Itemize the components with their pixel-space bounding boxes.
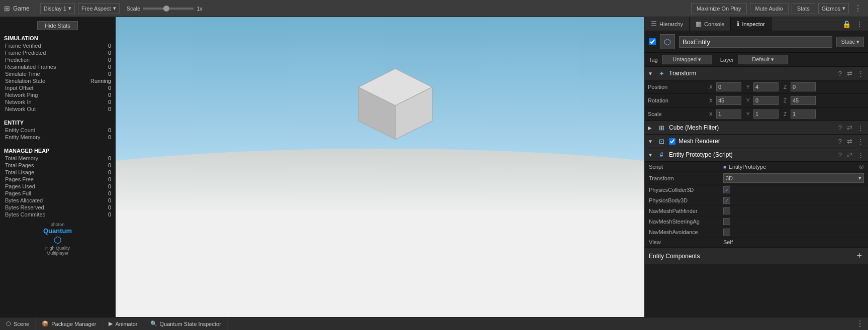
physics-collider-row: PhysicsCollider3D ✓ (645, 185, 868, 195)
mesh-renderer-icon: ⊡ (657, 137, 666, 146)
simulation-header: SIMULATION (0, 32, 115, 42)
entity-prototype-menu-button[interactable]: ⋮ (856, 151, 865, 159)
position-y-input[interactable] (753, 82, 779, 91)
transform-type-dropdown[interactable]: 3D ▾ (723, 173, 864, 183)
mesh-filter-toggle-icon: ▶ (648, 125, 654, 131)
tab-scene[interactable]: ⬡ Scene (0, 317, 36, 330)
static-button[interactable]: Static ▾ (836, 37, 864, 47)
unity-icon: ⊞ (4, 5, 10, 13)
stat-pages-full: Pages Full 0 (0, 190, 115, 197)
entity-active-checkbox[interactable] (649, 38, 656, 45)
physics-body-checkbox[interactable]: ✓ (723, 197, 730, 204)
scale-y-input[interactable] (753, 109, 779, 119)
tab-package-manager[interactable]: 📦 Package Manager (36, 317, 103, 330)
top-bar: ⊞ Game Display 1 ▾ Free Aspect ▾ Scale 1… (0, 0, 868, 17)
scale-x-input[interactable] (716, 109, 741, 119)
entity-icon: ⬡ (664, 37, 671, 47)
game-title: Game (13, 5, 30, 12)
navmesh-avoidance-row: NavMeshAvoidance (645, 227, 868, 238)
mesh-renderer-settings-button[interactable]: ⇄ (846, 138, 853, 145)
mesh-renderer-header[interactable]: ▼ ⊡ Mesh Renderer ? ⇄ ⋮ (645, 135, 868, 148)
rotation-x-input[interactable] (716, 96, 741, 105)
mesh-filter-help-button[interactable]: ? (837, 124, 843, 132)
position-x-input[interactable] (716, 82, 741, 91)
view-row: View Self (645, 238, 868, 247)
transform-help-button[interactable]: ? (837, 70, 843, 77)
navmesh-pathfinder-checkbox[interactable] (723, 207, 730, 214)
tab-menu-button[interactable]: ⋮ (855, 20, 864, 28)
entity-prototype-icon: # (657, 150, 666, 159)
mesh-renderer-help-button[interactable]: ? (837, 138, 843, 145)
maximize-on-play-button[interactable]: Maximize On Play (691, 3, 747, 14)
scale-area: Scale 1x (127, 6, 203, 12)
add-component-button[interactable]: + (854, 251, 864, 261)
game-viewport[interactable] (116, 17, 644, 317)
mesh-renderer-menu-button[interactable]: ⋮ (856, 138, 865, 145)
viewport-scene (116, 17, 644, 317)
svg-rect-2 (116, 210, 644, 317)
position-z-field: Z (782, 82, 817, 92)
mesh-filter-header[interactable]: ▶ ⊞ Cube (Mesh Filter) ? ⇄ ⋮ (645, 121, 868, 135)
rotation-z-input[interactable] (791, 96, 816, 105)
entity-header: ⬡ Static ▾ (645, 31, 868, 53)
display-dropdown[interactable]: Display 1 ▾ (40, 3, 75, 14)
tab-quantum-state-inspector[interactable]: 🔍 Quantum State Inspector (144, 317, 228, 330)
menu-icon[interactable]: ⋮ (852, 4, 864, 13)
transform-component-header[interactable]: ▼ ✦ Transform ? ⇄ ⋮ (645, 67, 868, 80)
tab-animator[interactable]: ▶ Animator (103, 317, 144, 330)
tag-layer-row: Tag Untagged ▾ Layer Default ▾ (645, 53, 868, 67)
script-select-button[interactable]: ◎ (859, 163, 864, 170)
gizmos-button[interactable]: Gizmos ▾ (818, 3, 849, 14)
lock-button[interactable]: 🔒 (841, 20, 852, 28)
entity-prototype-header[interactable]: ▼ # Entity Prototype (Script) ? ⇄ ⋮ (645, 148, 868, 162)
mesh-filter-actions: ? ⇄ ⋮ (837, 124, 865, 132)
quantum-state-inspector-icon: 🔍 (150, 320, 157, 327)
stat-bytes-allocated: Bytes Allocated 0 (0, 197, 115, 204)
aspect-dropdown[interactable]: Free Aspect ▾ (78, 3, 120, 14)
entity-icon-box: ⬡ (660, 34, 675, 49)
scene-label: Scene (14, 321, 29, 327)
scene-icon: ⬡ (6, 320, 11, 327)
script-ref: ■ EntityPrototype (723, 164, 855, 170)
position-label: Position (648, 84, 706, 90)
mesh-renderer-actions: ? ⇄ ⋮ (837, 138, 865, 145)
rotation-z-field: Z (782, 95, 817, 105)
chevron-down-icon: ▾ (858, 175, 861, 181)
stat-entity-count: Entity Count 0 (0, 127, 115, 134)
navmesh-steering-checkbox[interactable] (723, 218, 730, 225)
mesh-renderer-checkbox[interactable] (669, 138, 676, 145)
scale-z-input[interactable] (791, 109, 816, 119)
position-z-input[interactable] (791, 82, 816, 91)
stat-resimulated-frames: Resimulated Frames 0 (0, 63, 115, 70)
stat-frame-predicted: Frame Predicted 0 (0, 49, 115, 56)
chevron-down-icon: ▾ (113, 5, 116, 12)
tab-console[interactable]: ▦ Console (690, 17, 731, 31)
stat-network-ping: Network Ping 0 (0, 91, 115, 98)
stats-button[interactable]: Stats (792, 3, 815, 14)
transform-settings-button[interactable]: ⇄ (846, 70, 853, 77)
stat-pages-used: Pages Used 0 (0, 183, 115, 190)
console-icon: ▦ (696, 20, 702, 28)
script-row: Script ■ EntityPrototype ◎ (645, 162, 868, 172)
physics-collider-checkbox[interactable]: ✓ (723, 186, 730, 193)
entity-name-input[interactable] (679, 36, 832, 48)
bottom-menu-icon[interactable]: ⋮ (852, 319, 868, 328)
scale-slider[interactable] (143, 8, 194, 10)
hide-stats-button[interactable]: Hide Stats (37, 21, 78, 30)
entity-prototype-help-button[interactable]: ? (837, 151, 843, 159)
layer-dropdown[interactable]: Default ▾ (738, 55, 788, 64)
mesh-filter-settings-button[interactable]: ⇄ (846, 124, 853, 132)
mesh-filter-menu-button[interactable]: ⋮ (856, 124, 865, 132)
tag-dropdown[interactable]: Untagged ▾ (662, 55, 712, 64)
main-content: Hide Stats SIMULATION Frame Verified 0 F… (0, 17, 868, 317)
rotation-x-field: X (708, 95, 743, 105)
navmesh-avoidance-checkbox[interactable] (723, 229, 730, 236)
entity-prototype-settings-button[interactable]: ⇄ (846, 151, 853, 159)
rotation-y-input[interactable] (753, 96, 779, 105)
transform-menu-button[interactable]: ⋮ (856, 70, 865, 77)
tab-console-label: Console (704, 21, 724, 27)
animator-label: Animator (115, 321, 137, 327)
tab-inspector[interactable]: ℹ Inspector (731, 17, 771, 31)
tab-hierarchy[interactable]: ☰ Hierarchy (645, 17, 690, 31)
mute-audio-button[interactable]: Mute Audio (750, 3, 789, 14)
